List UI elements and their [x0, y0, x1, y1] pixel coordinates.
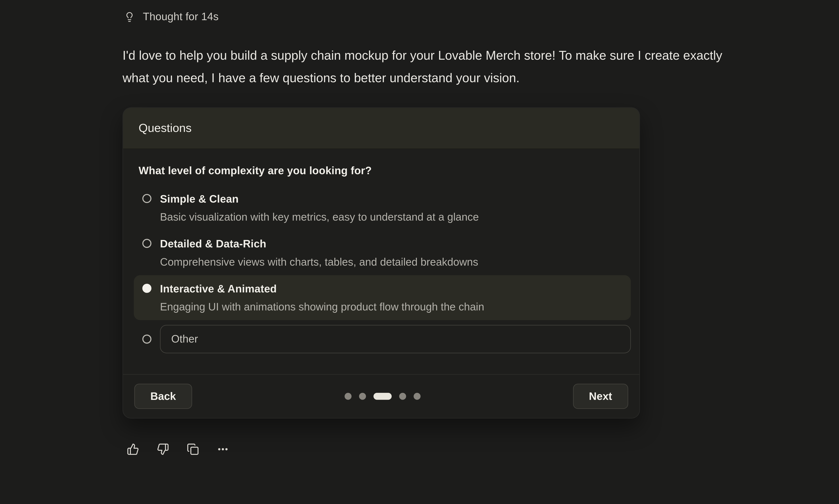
back-button[interactable]: Back — [134, 384, 192, 409]
options-list: Simple & Clean Basic visualization with … — [134, 185, 631, 360]
progress-dot — [399, 393, 406, 400]
option-description: Comprehensive views with charts, tables,… — [160, 255, 478, 268]
card-footer: Back Next — [123, 374, 640, 418]
card-title: Questions — [139, 121, 192, 135]
thumbs-down-button[interactable] — [157, 443, 169, 455]
progress-dot-active — [373, 393, 391, 400]
radio-selected-icon[interactable] — [142, 284, 152, 293]
radio-unselected-icon[interactable] — [142, 194, 152, 203]
radio-unselected-icon[interactable] — [142, 335, 152, 343]
copy-icon — [187, 443, 199, 455]
ellipsis-icon — [217, 443, 229, 455]
other-option-input[interactable] — [160, 325, 631, 353]
option-description: Engaging UI with animations showing prod… — [160, 300, 484, 313]
option-label: Interactive & Animated — [160, 282, 484, 295]
thumbs-up-button[interactable] — [127, 443, 139, 455]
option-interactive-animated[interactable]: Interactive & Animated Engaging UI with … — [134, 275, 631, 320]
assistant-message-text: I'd love to help you build a supply chai… — [123, 44, 752, 89]
thought-duration-label: Thought for 14s — [143, 11, 219, 23]
option-description: Basic visualization with key metrics, ea… — [160, 211, 479, 223]
lightbulb-icon — [124, 11, 135, 22]
progress-dots — [344, 393, 420, 400]
thumbs-down-icon — [157, 443, 169, 455]
questions-card-body: What level of complexity are you looking… — [123, 149, 640, 360]
thumbs-up-icon — [127, 443, 139, 455]
chat-message-view: Thought for 14s I'd love to help you bui… — [0, 11, 839, 504]
option-label: Simple & Clean — [160, 193, 479, 205]
next-button[interactable]: Next — [573, 384, 628, 409]
message-actions — [127, 443, 839, 455]
questions-card: Questions What level of complexity are y… — [123, 107, 640, 418]
more-options-button[interactable] — [217, 443, 229, 455]
radio-unselected-icon[interactable] — [142, 239, 152, 248]
questions-card-header: Questions — [123, 108, 640, 149]
progress-dot — [344, 393, 351, 400]
progress-dot — [414, 393, 421, 400]
option-other[interactable] — [134, 320, 631, 360]
progress-dot — [359, 393, 366, 400]
thought-header[interactable]: Thought for 14s — [124, 11, 839, 23]
option-label: Detailed & Data-Rich — [160, 237, 478, 250]
option-simple-clean[interactable]: Simple & Clean Basic visualization with … — [134, 185, 631, 230]
copy-button[interactable] — [187, 443, 199, 455]
option-detailed-data-rich[interactable]: Detailed & Data-Rich Comprehensive views… — [134, 230, 631, 275]
question-text: What level of complexity are you looking… — [139, 164, 631, 177]
